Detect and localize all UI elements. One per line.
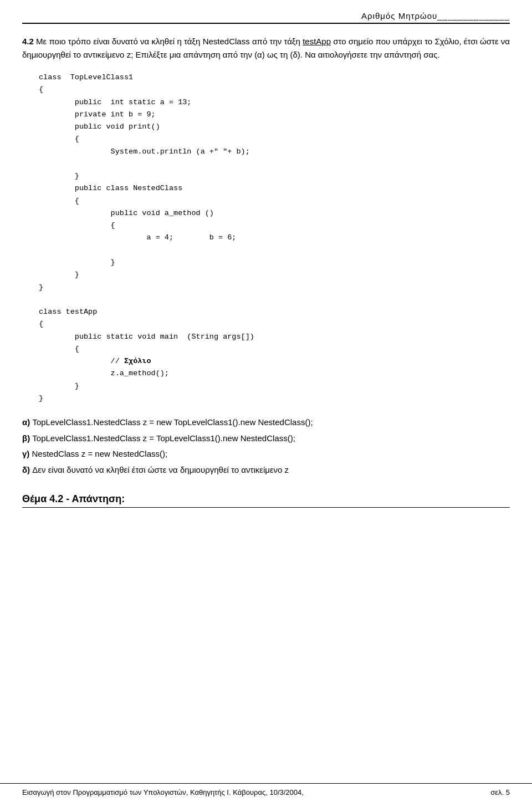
footer-left-text: Εισαγωγή στον Προγραμματισμό των Υπολογι… [22,788,304,796]
page-container: Αριθμός Μητρώου______________ 4.2 Με ποι… [0,0,532,812]
header-title: Αριθμός Μητρώου______________ [361,11,510,21]
answer-heading-text: Θέμα 4.2 - Απάντηση: [22,493,125,504]
answer-heading: Θέμα 4.2 - Απάντηση: [22,493,510,508]
question-number: 4.2 [22,37,36,46]
label-beta: β) [22,433,32,443]
label-alpha: α) [22,417,32,427]
footer-right-text: σελ. 5 [490,788,510,796]
option-gamma: γ) NestedClass z = new NestedClass(); [22,446,510,462]
code-block: class TopLevelClass1 { public int static… [39,72,510,405]
text-gamma: NestedClass z = new NestedClass(); [32,449,168,458]
question-block: 4.2 Με ποιο τρόπο είναι δυνατό να κληθεί… [22,35,510,62]
text-beta: TopLevelClass1.NestedClass z = TopLevelC… [32,433,295,443]
code-line-1: class TopLevelClass1 { public int static… [39,73,254,402]
option-beta: β) TopLevelClass1.NestedClass z = TopLev… [22,431,510,447]
text-alpha: TopLevelClass1.NestedClass z = new TopLe… [32,417,313,427]
text-delta: Δεν είναι δυνατό να κληθεί έτσι ώστε να … [32,465,289,474]
page-footer: Εισαγωγή στον Προγραμματισμό των Υπολογι… [0,783,532,801]
option-alpha: α) TopLevelClass1.NestedClass z = new To… [22,415,510,431]
underline-testapp: testApp [303,37,331,46]
page-header: Αριθμός Μητρώου______________ [22,11,510,24]
label-gamma: γ) [22,449,32,458]
label-delta: δ) [22,465,32,474]
question-body: Με ποιο τρόπο είναι δυνατό να κληθεί η τ… [22,37,510,59]
option-delta: δ) Δεν είναι δυνατό να κληθεί έτσι ώστε … [22,462,510,478]
answer-options: α) TopLevelClass1.NestedClass z = new To… [22,415,510,478]
